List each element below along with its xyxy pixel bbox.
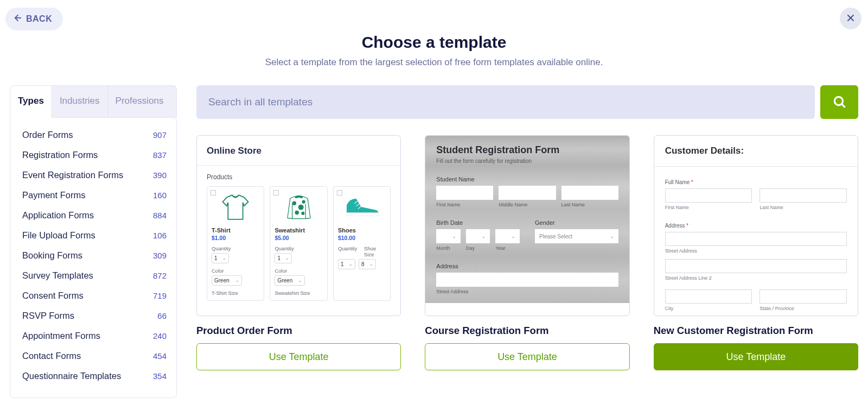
sidebar-category[interactable]: File Upload Forms106	[22, 230, 167, 241]
sidebar-category[interactable]: Payment Forms160	[22, 190, 167, 200]
category-count: 66	[157, 311, 167, 320]
product-item: T-Shirt $1.00 Quantity 1⌄ Color Green⌄ T…	[207, 186, 264, 301]
day-select: ⌄	[466, 229, 490, 243]
search-button[interactable]	[820, 85, 858, 119]
template-card: Student Registration Form Fill out the f…	[425, 135, 629, 370]
category-count: 390	[153, 171, 167, 180]
color-select: Green⌄	[212, 275, 242, 286]
category-name: Questionnaire Templates	[22, 371, 121, 381]
product-name: Sweatshirt	[275, 227, 322, 234]
gender-select: Please Select⌄	[535, 229, 618, 243]
category-name: Payment Forms	[22, 190, 85, 200]
category-name: Survey Templates	[22, 270, 93, 281]
use-template-button[interactable]: Use Template	[654, 343, 858, 370]
svg-point-6	[298, 205, 303, 210]
category-name: Event Registration Forms	[22, 170, 123, 180]
category-count: 160	[153, 191, 167, 200]
category-count: 240	[153, 331, 167, 340]
sidebar: Types Industries Professions Order Forms…	[10, 85, 177, 398]
category-name: Application Forms	[22, 210, 94, 220]
category-name: Booking Forms	[22, 250, 82, 261]
product-item: Sweatshirt $5.00 Quantity 1⌄ Color Green…	[270, 186, 327, 301]
template-preview[interactable]: Online Store Products T-Shirt	[196, 135, 401, 316]
sidebar-category[interactable]: Contact Forms454	[22, 351, 167, 361]
category-count: 837	[153, 150, 167, 160]
search-input[interactable]	[196, 85, 815, 119]
template-preview[interactable]: Customer Details: Full Name First Name L…	[654, 135, 858, 316]
template-title: Product Order Form	[196, 325, 401, 337]
qty-select: 1⌄	[275, 253, 292, 263]
sidebar-category[interactable]: Event Registration Forms390	[22, 170, 167, 180]
template-card: Online Store Products T-Shirt	[196, 135, 401, 370]
page-subtitle: Select a template from the largest selec…	[0, 57, 868, 68]
sidebar-tabs: Types Industries Professions	[10, 85, 177, 118]
product-name: T-Shirt	[212, 227, 259, 234]
back-button[interactable]: BACK	[5, 8, 63, 30]
close-icon	[845, 12, 856, 25]
category-count: 872	[153, 271, 167, 280]
category-name: RSVP Forms	[22, 311, 74, 321]
year-select: ⌄	[495, 229, 520, 243]
sidebar-category[interactable]: Registration Forms837	[22, 150, 167, 160]
tab-professions[interactable]: Professions	[108, 86, 171, 118]
sidebar-category[interactable]: Order Forms907	[22, 130, 167, 140]
sweatshirt-icon	[275, 190, 322, 224]
tshirt-icon	[212, 190, 259, 224]
category-count: 106	[153, 231, 167, 240]
svg-point-9	[301, 212, 304, 215]
sidebar-categories: Order Forms907Registration Forms837Event…	[10, 117, 177, 398]
svg-rect-10	[347, 213, 378, 216]
sidebar-category[interactable]: Appointment Forms240	[22, 331, 167, 341]
page-title: Choose a template	[0, 33, 868, 52]
category-name: Order Forms	[22, 130, 73, 140]
size-select: 8⌄	[359, 259, 376, 269]
product-price: $10.00	[338, 235, 386, 241]
preview-title: Customer Details:	[665, 146, 847, 156]
product-price: $1.00	[212, 235, 259, 241]
category-count: 354	[153, 371, 167, 381]
category-name: Appointment Forms	[22, 331, 100, 341]
product-price: $5.00	[275, 235, 322, 241]
category-name: File Upload Forms	[22, 230, 95, 241]
template-title: Course Registration Form	[425, 325, 629, 337]
qty-select: 1⌄	[212, 253, 229, 263]
svg-point-7	[295, 211, 298, 215]
category-count: 454	[153, 351, 167, 361]
arrow-left-icon	[13, 13, 23, 25]
category-name: Registration Forms	[22, 150, 98, 160]
back-label: BACK	[26, 14, 52, 24]
category-name: Contact Forms	[22, 351, 81, 361]
category-count: 309	[153, 251, 167, 260]
use-template-button[interactable]: Use Template	[425, 343, 629, 370]
svg-line-4	[842, 104, 845, 106]
close-button[interactable]	[840, 8, 861, 29]
template-preview[interactable]: Student Registration Form Fill out the f…	[425, 135, 629, 316]
sidebar-category[interactable]: RSVP Forms66	[22, 311, 167, 321]
search-icon	[832, 94, 846, 110]
month-select: ⌄	[436, 229, 461, 243]
sidebar-category[interactable]: Application Forms884	[22, 210, 167, 220]
preview-title: Student Registration Form	[436, 144, 618, 156]
color-select: Green⌄	[275, 275, 305, 286]
tab-types[interactable]: Types	[10, 86, 52, 118]
category-count: 907	[153, 130, 167, 140]
template-title: New Customer Registration Form	[654, 325, 858, 337]
preview-products-label: Products	[207, 173, 391, 181]
sidebar-category[interactable]: Booking Forms309	[22, 250, 167, 261]
svg-point-5	[292, 201, 296, 205]
tab-industries[interactable]: Industries	[52, 86, 108, 118]
use-template-button[interactable]: Use Template	[196, 343, 401, 370]
category-name: Consent Forms	[22, 291, 84, 301]
product-name: Shoes	[338, 227, 386, 234]
sidebar-category[interactable]: Consent Forms719	[22, 291, 167, 301]
content: Online Store Products T-Shirt	[196, 85, 858, 398]
category-count: 884	[153, 211, 167, 220]
category-count: 719	[153, 291, 167, 300]
product-item: Shoes $10.00 Quantity Shoe Size 1⌄ 8⌄	[333, 186, 391, 301]
svg-point-8	[302, 200, 305, 204]
sidebar-category[interactable]: Questionnaire Templates354	[22, 371, 167, 381]
template-card: Customer Details: Full Name First Name L…	[654, 135, 858, 370]
qty-select: 1⌄	[338, 259, 355, 269]
shoe-icon	[338, 190, 386, 224]
sidebar-category[interactable]: Survey Templates872	[22, 270, 167, 281]
